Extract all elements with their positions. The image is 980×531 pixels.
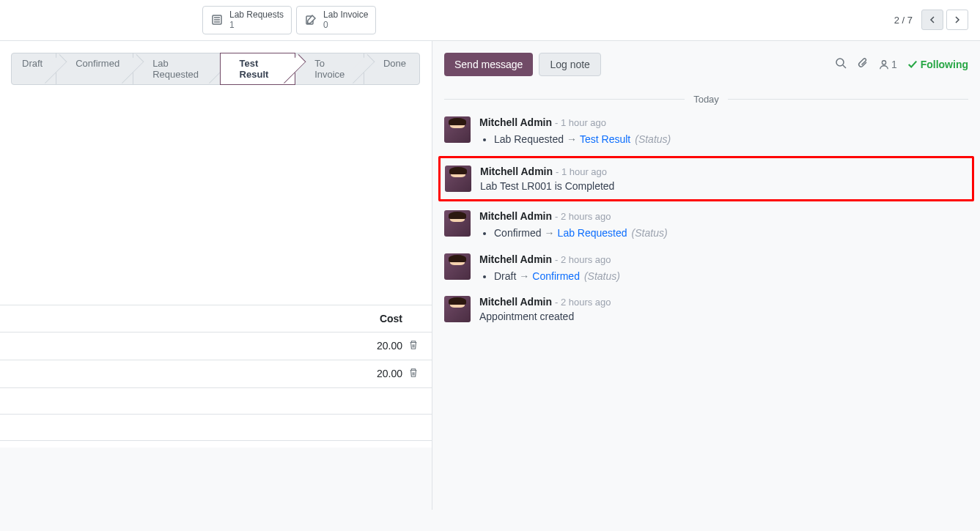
pager: 2 / 7 [894, 10, 968, 30]
message-time: - 1 hour ago [555, 117, 606, 128]
status-step-to-invoice[interactable]: To Invoice [295, 53, 364, 85]
status-step-done[interactable]: Done [364, 53, 420, 85]
message-content: Lab Test LR001 is Completed [480, 180, 968, 192]
followers-button[interactable]: 1 [879, 59, 897, 70]
stat-count: 1 [229, 20, 284, 30]
message: Mitchell Admin - 2 hours ago Appointment… [444, 290, 968, 328]
message-time: - 2 hours ago [555, 211, 611, 222]
table-empty-row [0, 415, 432, 441]
status-step-lab-requested[interactable]: Lab Requested [133, 53, 220, 85]
svg-point-7 [882, 61, 885, 64]
left-column: DraftConfirmedLab RequestedTest ResultTo… [0, 41, 432, 510]
avatar[interactable] [444, 210, 471, 237]
trash-icon[interactable] [408, 368, 420, 380]
list-icon [210, 13, 224, 26]
message-author[interactable]: Mitchell Admin [479, 210, 552, 222]
trash-icon[interactable] [408, 340, 420, 352]
message-content: Lab Requested→Test Result(Status) [479, 131, 968, 147]
message: Mitchell Admin - 2 hours ago Confirmed→L… [444, 204, 968, 247]
message-list: Mitchell Admin - 1 hour ago Lab Requeste… [432, 111, 980, 328]
message: Mitchell Admin - 1 hour ago Lab Requeste… [444, 111, 968, 153]
avatar[interactable] [444, 116, 471, 143]
stat-lab-requests[interactable]: Lab Requests 1 [202, 6, 292, 34]
status-bar: DraftConfirmedLab RequestedTest ResultTo… [12, 53, 420, 85]
cost-column-header: Cost [12, 313, 420, 324]
stat-label: Lab Invoice [323, 10, 368, 20]
stat-label: Lab Requests [229, 10, 284, 20]
attachment-icon[interactable] [857, 57, 869, 71]
check-icon [907, 59, 918, 70]
chevron-left-icon [929, 16, 936, 23]
message-time: - 2 hours ago [555, 297, 611, 308]
date-separator: Today [444, 94, 968, 105]
chatter-toolbar: Send message Log note 1 Following [432, 41, 980, 88]
message: Mitchell Admin - 2 hours ago Draft→Confi… [444, 248, 968, 290]
message-author[interactable]: Mitchell Admin [479, 253, 552, 265]
edit-icon [304, 13, 317, 26]
main-area: DraftConfirmedLab RequestedTest ResultTo… [0, 41, 980, 510]
avatar[interactable] [444, 296, 471, 322]
send-message-button[interactable]: Send message [444, 53, 533, 76]
svg-point-5 [836, 59, 844, 66]
message-author[interactable]: Mitchell Admin [480, 166, 553, 177]
chatter: Send message Log note 1 Following [432, 41, 980, 510]
avatar[interactable] [445, 166, 471, 192]
message-content: Draft→Confirmed(Status) [479, 268, 968, 284]
cost-value: 20.00 [12, 340, 408, 352]
avatar[interactable] [444, 253, 471, 280]
message-content: Appointment created [479, 311, 968, 322]
status-step-draft[interactable]: Draft [11, 53, 56, 85]
message: Mitchell Admin - 1 hour ago Lab Test LR0… [438, 156, 974, 201]
svg-line-6 [843, 65, 846, 68]
top-bar: Lab Requests 1 Lab Invoice 0 2 / 7 [0, 0, 980, 41]
pager-next-button[interactable] [946, 10, 968, 30]
message-content: Confirmed→Lab Requested(Status) [479, 225, 968, 241]
message-author[interactable]: Mitchell Admin [479, 296, 552, 308]
stat-count: 0 [323, 20, 368, 30]
search-icon[interactable] [835, 57, 847, 71]
cost-value: 20.00 [12, 368, 408, 379]
table-row[interactable]: 20.00 [0, 333, 432, 360]
table-empty-row [0, 388, 432, 415]
cost-table: Cost 20.00 20.00 [0, 305, 432, 441]
user-icon [879, 59, 889, 70]
log-note-button[interactable]: Log note [539, 53, 601, 76]
message-time: - 1 hour ago [556, 166, 607, 177]
status-step-confirmed[interactable]: Confirmed [56, 53, 133, 85]
pager-text: 2 / 7 [894, 15, 913, 26]
pager-prev-button[interactable] [921, 10, 943, 30]
table-row[interactable]: 20.00 [0, 360, 432, 388]
following-button[interactable]: Following [907, 59, 968, 70]
chevron-right-icon [954, 16, 961, 23]
message-time: - 2 hours ago [555, 254, 611, 265]
status-step-test-result[interactable]: Test Result [220, 53, 296, 85]
stat-lab-invoice[interactable]: Lab Invoice 0 [296, 6, 376, 34]
message-author[interactable]: Mitchell Admin [479, 116, 552, 128]
stat-buttons: Lab Requests 1 Lab Invoice 0 [202, 6, 376, 34]
